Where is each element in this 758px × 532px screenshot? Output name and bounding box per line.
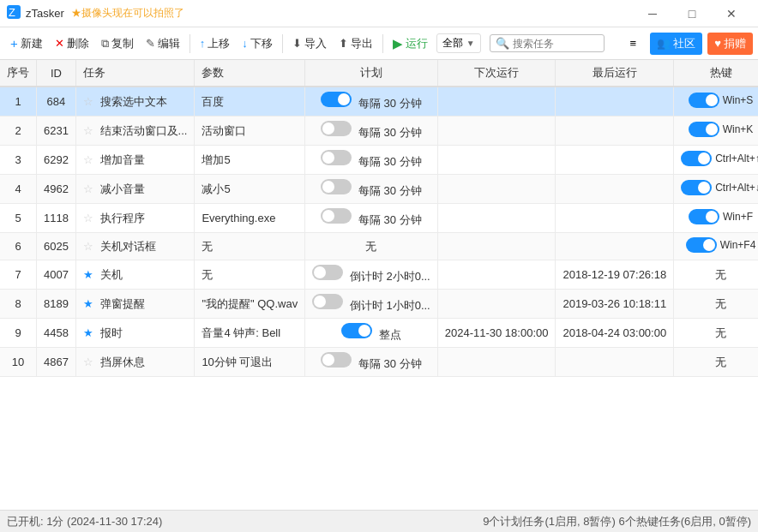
copy-icon: ⧉ (101, 37, 109, 51)
plan-text: 每隔 30 分钟 (358, 357, 422, 370)
app-name: zTasker (26, 7, 64, 20)
plan-text: 每隔 30 分钟 (358, 184, 422, 197)
import-button[interactable]: ⬇ 导入 (287, 33, 332, 55)
all-filter-label[interactable]: 全部 (442, 36, 463, 51)
move-up-button[interactable]: ↑ 上移 (195, 33, 236, 55)
plan-toggle[interactable] (341, 323, 372, 338)
donate-button[interactable]: ♥ 捐赠 (707, 33, 753, 55)
cell-plan: 倒计时 1小时0... (305, 290, 438, 319)
cell-hotkey: Win+F (674, 204, 758, 233)
table-row[interactable]: 1 684 ☆ 搜索选中文本 百度 每隔 30 分钟 Win+S (0, 87, 758, 117)
cell-last-run: 2019-03-26 10:18:11 (556, 290, 674, 319)
cell-next-run (437, 146, 556, 175)
new-icon: + (10, 36, 18, 51)
close-button[interactable]: ✕ (712, 0, 751, 27)
plan-text: 倒计时 2小时0... (350, 270, 430, 283)
cell-plan: 整点 (305, 319, 438, 348)
plan-toggle[interactable] (321, 92, 352, 107)
table-row[interactable]: 2 6231 ☆ 结束活动窗口及... 活动窗口 每隔 30 分钟 (0, 117, 758, 146)
cell-params: "我的提醒" QQ.wav (195, 290, 305, 319)
task-table-container: 序号 ID 任务 参数 计划 下次运行 最后运行 热键 1 684 ☆ 搜索选中… (0, 60, 758, 510)
star-icon[interactable]: ★ (83, 326, 93, 339)
plan-toggle[interactable] (312, 294, 343, 309)
table-row[interactable]: 10 4867 ☆ 挡屏休息 10分钟 可退出 每隔 30 分钟 无 (0, 348, 758, 377)
hotkey-toggle[interactable] (681, 180, 712, 195)
cell-id: 6292 (37, 146, 76, 175)
list-view-button[interactable]: ≡ (621, 32, 645, 56)
table-row[interactable]: 9 4458 ★ 报时 音量4 钟声: Bell 整点 2024-11-30 1… (0, 319, 758, 348)
table-row[interactable]: 6 6025 ☆ 关机对话框 无 无 Win+F4 (0, 233, 758, 260)
plan-text: 无 (365, 240, 376, 253)
task-name: 弹窗提醒 (100, 297, 145, 310)
delete-icon: ✕ (55, 37, 64, 50)
dropdown-arrow-icon[interactable]: ▼ (466, 39, 475, 48)
plan-toggle[interactable] (321, 121, 352, 136)
plan-toggle[interactable] (321, 179, 352, 194)
cell-no: 1 (0, 87, 37, 117)
status-left: 已开机: 1分 (2024-11-30 17:24) (7, 514, 162, 529)
cell-id: 684 (37, 87, 76, 117)
table-row[interactable]: 3 6292 ☆ 增加音量 增加5 每隔 30 分钟 Ctrl+Al (0, 146, 758, 175)
minimize-button[interactable]: ─ (633, 0, 672, 27)
star-icon[interactable]: ☆ (83, 124, 93, 137)
star-icon[interactable]: ★ (83, 297, 93, 310)
cell-hotkey: Ctrl+Alt+↓ (674, 175, 758, 204)
new-button[interactable]: + 新建 (5, 33, 48, 55)
run-button[interactable]: ▶ 运行 (388, 33, 433, 55)
star-icon[interactable]: ☆ (83, 240, 93, 253)
table-row[interactable]: 5 1118 ☆ 执行程序 Everything.exe 每隔 30 分钟 (0, 204, 758, 233)
cell-no: 9 (0, 319, 37, 348)
hotkey-badge: Win+F4 (686, 237, 756, 253)
hotkey-toggle[interactable] (689, 122, 719, 137)
cell-hotkey: 无 (674, 348, 758, 377)
plan-toggle[interactable] (321, 352, 352, 368)
header-next-run: 下次运行 (437, 60, 556, 87)
export-icon: ⬆ (339, 37, 348, 50)
plan-text: 倒计时 1小时0... (350, 299, 430, 312)
cell-id: 4867 (37, 348, 76, 377)
search-input[interactable] (513, 38, 599, 50)
star-icon[interactable]: ☆ (83, 153, 93, 166)
star-icon[interactable]: ★ (83, 268, 93, 281)
hotkey-none: 无 (715, 326, 726, 339)
export-button[interactable]: ⬆ 导出 (334, 33, 378, 55)
table-row[interactable]: 4 4962 ☆ 减小音量 减小5 每隔 30 分钟 Ctrl+Al (0, 175, 758, 204)
cell-no: 6 (0, 233, 37, 260)
separator-3 (382, 34, 383, 53)
search-box: 🔍 (490, 34, 605, 52)
cell-plan: 倒计时 2小时0... (305, 260, 438, 290)
plan-text: 每隔 30 分钟 (358, 126, 422, 139)
cell-last-run (556, 146, 674, 175)
star-icon[interactable]: ☆ (83, 356, 93, 368)
down-icon: ↓ (242, 37, 248, 50)
hotkey-none: 无 (715, 297, 726, 310)
community-button[interactable]: 👥 社区 (650, 33, 702, 55)
hotkey-badge: Win+F (689, 209, 753, 224)
toolbar: + 新建 ✕ 删除 ⧉ 复制 ✎ 编辑 ↑ 上移 ↓ 下移 ⬇ 导入 ⬆ 导出 … (0, 27, 758, 60)
maximize-button[interactable]: □ (672, 0, 712, 27)
move-down-button[interactable]: ↓ 下移 (237, 33, 278, 55)
plan-toggle[interactable] (321, 150, 352, 165)
cell-plan: 每隔 30 分钟 (305, 204, 438, 233)
edit-button[interactable]: ✎ 编辑 (141, 33, 185, 55)
star-icon[interactable]: ☆ (83, 95, 93, 108)
plan-toggle[interactable] (321, 208, 352, 224)
hotkey-toggle[interactable] (689, 93, 719, 108)
star-icon[interactable]: ☆ (83, 182, 93, 195)
table-row[interactable]: 8 8189 ★ 弹窗提醒 "我的提醒" QQ.wav 倒计时 1小时0... … (0, 290, 758, 319)
delete-button[interactable]: ✕ 删除 (50, 33, 94, 55)
import-icon: ⬇ (292, 37, 302, 50)
plan-toggle[interactable] (312, 265, 343, 280)
cell-next-run (437, 204, 556, 233)
cell-id: 1118 (37, 204, 76, 233)
copy-button[interactable]: ⧉ 复制 (96, 33, 139, 55)
notice-text: ★摄像头现在可以拍照了 (71, 6, 184, 21)
plan-text: 每隔 30 分钟 (358, 155, 422, 168)
cell-next-run (437, 348, 556, 377)
hotkey-toggle[interactable] (689, 209, 719, 224)
hotkey-toggle[interactable] (686, 237, 717, 253)
header-no: 序号 (0, 60, 37, 87)
star-icon[interactable]: ☆ (83, 212, 93, 224)
hotkey-toggle[interactable] (681, 151, 712, 166)
table-row[interactable]: 7 4007 ★ 关机 无 倒计时 2小时0... 2018-12-19 07:… (0, 260, 758, 290)
